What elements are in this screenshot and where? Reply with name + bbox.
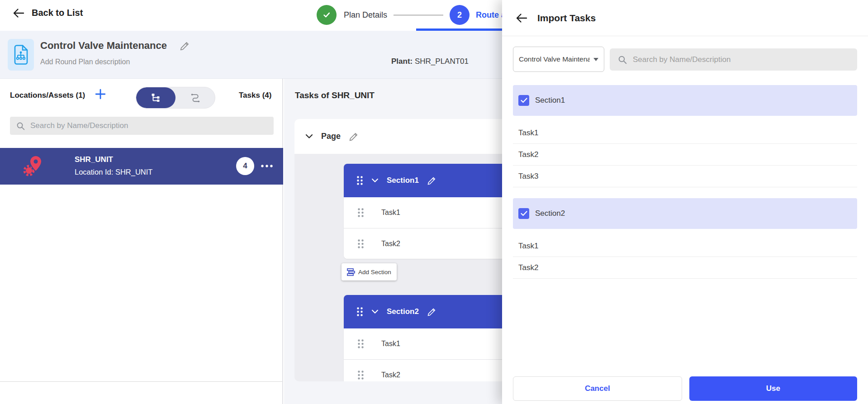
locations-panel-title: Locations/Assets (1) <box>10 91 85 100</box>
chevron-down-icon[interactable] <box>371 178 379 183</box>
import-search-input[interactable] <box>633 55 857 64</box>
import-tasks-header: Import Tasks <box>502 0 868 36</box>
drag-handle-icon[interactable] <box>356 176 363 185</box>
task-label: Task1 <box>381 340 400 348</box>
search-icon <box>618 55 627 64</box>
import-group-section1[interactable]: Section1 <box>513 85 857 116</box>
dropdown-caret-icon <box>593 58 598 61</box>
plan-tile <box>8 39 34 71</box>
locations-search <box>10 117 274 135</box>
location-item-shr-unit[interactable]: SHR_UNIT Location Id: SHR_UNIT 4 <box>0 148 283 185</box>
drag-handle-icon[interactable] <box>356 307 363 317</box>
search-icon <box>16 122 25 130</box>
drag-handle-icon[interactable] <box>357 239 364 249</box>
chevron-down-icon[interactable] <box>371 309 379 314</box>
back-to-list-button[interactable]: Back to List <box>13 8 83 18</box>
use-button[interactable]: Use <box>689 376 858 401</box>
edit-page-button[interactable] <box>349 132 359 142</box>
edit-plan-title-button[interactable] <box>180 41 190 51</box>
stepper-connector <box>394 14 443 16</box>
import-tasks-panel: Import Tasks Control Valve Maintenance T… <box>502 0 868 404</box>
section1-checkbox[interactable] <box>518 95 529 106</box>
locations-search-input[interactable] <box>30 121 274 130</box>
edit-section-button[interactable] <box>427 176 436 185</box>
route-view-toggle[interactable] <box>175 87 215 108</box>
plan-description-placeholder: Add Round Plan description <box>40 58 130 66</box>
step1-complete-icon <box>317 5 337 25</box>
task-label: Task2 <box>381 371 400 379</box>
page-label: Page <box>321 132 341 141</box>
back-arrow-icon[interactable] <box>516 13 527 23</box>
chevron-down-icon[interactable] <box>305 134 313 139</box>
plant-label: Plant: <box>391 57 413 66</box>
import-tasks-title: Import Tasks <box>537 13 596 24</box>
cancel-button[interactable]: Cancel <box>513 376 682 401</box>
drag-handle-icon[interactable] <box>357 339 364 349</box>
add-section-icon <box>347 268 355 276</box>
location-id: Location Id: SHR_UNIT <box>75 168 152 176</box>
tasks-panel-title: Tasks of SHR_UNIT <box>295 90 375 100</box>
plant-value: SHR_PLANT01 <box>415 57 469 66</box>
import-search <box>610 48 857 71</box>
step2-number-badge: 2 <box>450 5 470 25</box>
tree-view-icon <box>151 93 161 102</box>
plant-info: Plant: SHR_PLANT01 <box>391 57 469 66</box>
import-group-section2[interactable]: Section2 <box>513 198 857 229</box>
tree-view-toggle[interactable] <box>136 87 175 108</box>
task-label: Task1 <box>381 209 400 217</box>
add-section-button[interactable]: Add Section <box>342 263 397 280</box>
section-name: Section1 <box>387 176 419 185</box>
back-arrow-icon <box>13 8 24 18</box>
edit-section-button[interactable] <box>427 307 436 317</box>
location-task-count-badge: 4 <box>236 157 254 175</box>
step1-label[interactable]: Plan Details <box>344 10 387 20</box>
drag-handle-icon[interactable] <box>357 208 364 218</box>
import-task-list: Section1 Task1 Task2 Task3 Section2 Task… <box>513 85 857 279</box>
import-task-item: Task2 <box>513 144 857 166</box>
template-dropdown-value: Control Valve Maintenance T... <box>519 55 590 63</box>
location-gear-icon <box>23 155 43 177</box>
import-footer: Cancel Use <box>513 376 857 401</box>
plan-title: Control Valve Maintenance <box>40 40 167 52</box>
drag-handle-icon[interactable] <box>357 370 364 380</box>
import-group-name: Section2 <box>535 209 565 218</box>
more-dots-icon[interactable] <box>261 164 273 168</box>
import-task-item: Task1 <box>513 235 857 257</box>
location-name: SHR_UNIT <box>75 155 113 164</box>
add-section-label: Add Section <box>358 269 391 276</box>
view-toggle <box>136 87 215 109</box>
back-to-list-label: Back to List <box>32 8 83 18</box>
import-group-name: Section1 <box>535 96 565 105</box>
template-dropdown[interactable]: Control Valve Maintenance T... <box>513 47 604 72</box>
add-location-button[interactable] <box>95 89 106 100</box>
tasks-count-label: Tasks (4) <box>239 91 271 100</box>
import-task-item: Task1 <box>513 122 857 144</box>
locations-panel: Locations/Assets (1) <box>0 79 283 404</box>
left-panel-divider <box>0 381 282 382</box>
task-label: Task2 <box>381 240 400 248</box>
section2-checkbox[interactable] <box>518 208 529 219</box>
app-screen: Back to List Plan Details 2 Route and Ta… <box>0 0 868 404</box>
import-task-item: Task3 <box>513 166 857 187</box>
section-name: Section2 <box>387 307 419 316</box>
import-task-item: Task2 <box>513 257 857 279</box>
route-view-icon <box>190 93 201 103</box>
document-plan-icon <box>13 44 29 65</box>
